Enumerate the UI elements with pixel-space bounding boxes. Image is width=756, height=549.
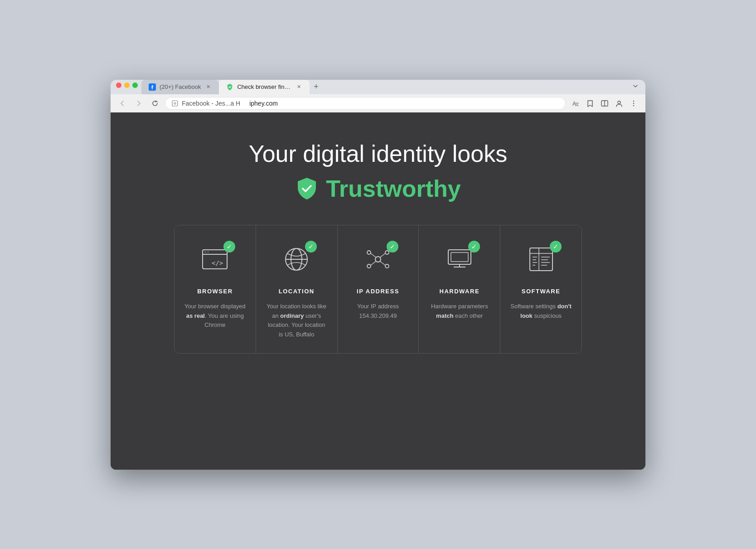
- location-card-desc: Your location looks like an ordinary use…: [265, 302, 328, 340]
- software-icon-wrap: ✓: [525, 243, 557, 277]
- forward-button[interactable]: [132, 97, 145, 110]
- software-check-badge: ✓: [550, 241, 562, 253]
- address-url: iphey.com: [249, 100, 278, 107]
- tab-end-controls: [629, 80, 642, 94]
- tab-iphey-close[interactable]: ✕: [295, 83, 302, 91]
- software-card-desc: Software settings don't look suspicious: [509, 302, 572, 321]
- browser-check-badge: ✓: [223, 241, 235, 253]
- address-prefix: Facebook - Jes...a H: [182, 100, 240, 107]
- address-security-icon: [172, 100, 178, 107]
- software-card-title: SOFTWARE: [522, 288, 561, 295]
- svg-point-24: [385, 264, 389, 268]
- svg-point-9: [633, 102, 634, 103]
- tab-menu-button[interactable]: [629, 80, 642, 92]
- svg-rect-30: [451, 253, 468, 262]
- browser-window: (20+) Facebook ✕ Check browser fingerpri…: [111, 80, 645, 470]
- maximize-button[interactable]: [132, 83, 138, 88]
- browser-card-title: BROWSER: [197, 288, 233, 295]
- svg-text:文: 文: [575, 102, 579, 107]
- close-button[interactable]: [116, 83, 121, 88]
- tab-facebook-close[interactable]: ✕: [204, 83, 212, 91]
- hero-trustworthy-row: Trustworthy: [249, 175, 507, 202]
- tab-bar: (20+) Facebook ✕ Check browser fingerpri…: [111, 80, 645, 94]
- location-card-title: LOCATION: [279, 288, 315, 295]
- page-content: Your digital identity looks Trustworthy: [111, 112, 645, 470]
- chrome-frame: (20+) Facebook ✕ Check browser fingerpri…: [111, 80, 645, 112]
- traffic-lights: [114, 83, 141, 92]
- svg-point-10: [633, 105, 634, 106]
- hardware-icon-wrap: ✓: [444, 243, 475, 277]
- svg-point-8: [633, 100, 634, 101]
- tab-facebook-title: (20+) Facebook: [160, 83, 201, 90]
- svg-point-7: [618, 101, 620, 104]
- svg-line-28: [380, 261, 385, 265]
- svg-rect-29: [448, 250, 471, 264]
- location-icon-wrap: ✓: [281, 243, 312, 277]
- minimize-button[interactable]: [124, 83, 130, 88]
- ip-card-title: IP ADDRESS: [357, 288, 399, 295]
- tab-iphey-title: Check browser fingerprints: [237, 83, 291, 90]
- address-bar[interactable]: Facebook - Jes...a H iphey.com: [165, 97, 566, 110]
- tab-iphey[interactable]: Check browser fingerprints ✕: [219, 80, 310, 94]
- split-view-button[interactable]: [598, 97, 611, 110]
- card-browser: </> ✓ BROWSER Your browser displayed as …: [174, 225, 256, 353]
- card-location: ✓ LOCATION Your location looks like an o…: [256, 225, 338, 353]
- svg-rect-1: [172, 101, 178, 106]
- browser-card-desc: Your browser displayed as real. You are …: [184, 302, 247, 330]
- card-ip-address: ✓ IP ADDRESS Your IP address 154.30.209.…: [338, 225, 419, 353]
- back-button[interactable]: [116, 97, 129, 110]
- svg-point-23: [367, 264, 371, 268]
- svg-rect-34: [530, 248, 552, 271]
- tab-facebook[interactable]: (20+) Facebook ✕: [141, 80, 219, 94]
- hero-title: Your digital identity looks: [249, 140, 507, 168]
- svg-line-25: [371, 253, 376, 257]
- tabs-row: (20+) Facebook ✕ Check browser fingerpri…: [141, 80, 629, 94]
- toolbar-actions: A 文: [569, 97, 640, 110]
- hardware-card-desc: Hardware parameters match each other: [428, 302, 491, 321]
- profile-button[interactable]: [613, 97, 625, 110]
- bookmark-button[interactable]: [584, 97, 596, 110]
- svg-point-21: [367, 251, 371, 254]
- facebook-favicon: [149, 83, 156, 91]
- translate-button[interactable]: A 文: [569, 97, 582, 110]
- card-hardware: ✓ HARDWARE Hardware parameters match eac…: [419, 225, 500, 353]
- iphey-favicon: [226, 83, 233, 91]
- svg-point-22: [385, 251, 389, 254]
- svg-text:</>: </>: [212, 259, 223, 267]
- reload-button[interactable]: [149, 97, 161, 110]
- trustworthy-shield-icon: [295, 177, 319, 200]
- ip-card-desc: Your IP address 154.30.209.49: [347, 302, 410, 321]
- trustworthy-label: Trustworthy: [326, 175, 461, 202]
- ip-check-badge: ✓: [387, 241, 398, 253]
- location-check-badge: ✓: [305, 241, 317, 253]
- svg-line-26: [380, 253, 385, 257]
- svg-point-2: [174, 102, 176, 104]
- ip-icon-wrap: ✓: [362, 243, 394, 277]
- svg-line-27: [371, 261, 376, 265]
- toolbar: Facebook - Jes...a H iphey.com A 文: [111, 94, 645, 112]
- cards-container: </> ✓ BROWSER Your browser displayed as …: [174, 225, 582, 354]
- browser-icon-wrap: </> ✓: [199, 243, 231, 277]
- hardware-card-title: HARDWARE: [440, 288, 480, 295]
- new-tab-button[interactable]: +: [310, 81, 322, 93]
- hardware-check-badge: ✓: [468, 241, 480, 253]
- hero-section: Your digital identity looks Trustworthy: [249, 140, 507, 202]
- card-software: ✓ SOFTWARE Software settings don't look …: [500, 225, 582, 353]
- menu-button[interactable]: [627, 97, 640, 110]
